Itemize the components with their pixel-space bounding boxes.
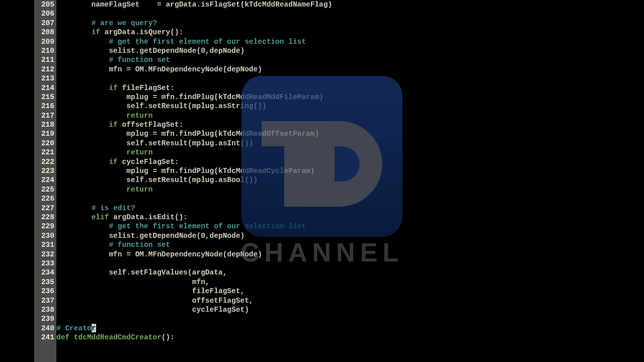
code-line[interactable]: # get the first element of our selection…	[56, 222, 610, 231]
code-line[interactable]: return	[56, 148, 610, 157]
line-number: 225	[34, 185, 54, 194]
line-number: 241	[34, 333, 54, 342]
line-number: 235	[34, 278, 54, 287]
code-line[interactable]: mplug = mfn.findPlug(kTdcMddReadOffsetPa…	[56, 129, 610, 138]
code-line[interactable]: elif argData.isEdit():	[56, 213, 610, 222]
line-number: 206	[34, 9, 54, 18]
line-number-gutter: 2052062072082092102112122132142152162172…	[34, 0, 56, 362]
line-number: 215	[34, 93, 54, 102]
code-line[interactable]: if offsetFlagSet:	[56, 120, 610, 129]
line-number: 218	[34, 120, 54, 129]
code-line[interactable]	[56, 259, 610, 268]
line-number: 212	[34, 65, 54, 74]
code-line[interactable]: if cycleFlagSet:	[56, 157, 610, 166]
code-line[interactable]	[56, 314, 610, 323]
line-number: 226	[34, 194, 54, 203]
code-line[interactable]: # function set	[56, 240, 610, 249]
code-line[interactable]: # is edit?	[56, 204, 610, 213]
line-number: 234	[34, 268, 54, 277]
code-line[interactable]: offsetFlagSet,	[56, 296, 610, 305]
code-line[interactable]: # function set	[56, 55, 610, 64]
line-number: 219	[34, 129, 54, 138]
line-number: 221	[34, 148, 54, 157]
line-number: 227	[34, 204, 54, 213]
line-number: 214	[34, 83, 54, 93]
code-line[interactable]: self.setResult(mplug.asInt())	[56, 139, 610, 148]
line-number: 228	[34, 213, 54, 222]
line-number: 240	[34, 324, 54, 333]
code-line[interactable]: if fileFlagSet:	[56, 83, 610, 93]
code-line[interactable]: # Creator	[56, 324, 610, 333]
code-line[interactable]: nameFlagSet = argData.isFlagSet(kTdcMddR…	[56, 0, 610, 9]
code-line[interactable]: self.setFlagValues(argData,	[56, 268, 610, 277]
line-number: 213	[34, 74, 54, 83]
code-line[interactable]: mfn = OM.MFnDependencyNode(depNode)	[56, 250, 610, 259]
code-line[interactable]: selist.getDependNode(0,depNode)	[56, 46, 610, 55]
code-line[interactable]: fileFlagSet,	[56, 287, 610, 296]
code-line[interactable]: def tdcMddReadCmdCreator():	[56, 333, 610, 342]
line-number: 217	[34, 111, 54, 120]
line-number: 238	[34, 305, 54, 314]
code-line[interactable]	[56, 194, 610, 203]
code-line[interactable]: # are we query?	[56, 19, 610, 28]
code-line[interactable]: mplug = mfn.findPlug(kTdcMddReadCyclePar…	[56, 166, 610, 175]
code-line[interactable]: self.setResult(mplug.asString())	[56, 102, 610, 111]
line-number: 229	[34, 222, 54, 231]
code-line[interactable]: mplug = mfn.findPlug(kTdcMddReadMddFileP…	[56, 93, 610, 102]
line-number: 230	[34, 231, 54, 240]
line-number: 210	[34, 46, 54, 55]
line-number: 224	[34, 175, 54, 185]
line-number: 232	[34, 250, 54, 259]
code-line[interactable]: mfn = OM.MFnDependencyNode(depNode)	[56, 65, 610, 74]
line-number: 239	[34, 314, 54, 323]
line-number: 208	[34, 28, 54, 37]
code-line[interactable]: return	[56, 111, 610, 120]
code-line[interactable]: return	[56, 185, 610, 194]
code-editor[interactable]: 2052062072082092102112122132142152162172…	[34, 0, 610, 362]
code-line[interactable]: self.setResult(mplug.asBool())	[56, 175, 610, 185]
line-number: 223	[34, 166, 54, 175]
line-number: 216	[34, 102, 54, 111]
code-content[interactable]: nameFlagSet = argData.isFlagSet(kTdcMddR…	[56, 0, 610, 362]
line-number: 220	[34, 139, 54, 148]
line-number: 237	[34, 296, 54, 305]
code-line[interactable]: if argData.isQuery():	[56, 28, 610, 37]
line-number: 233	[34, 259, 54, 268]
line-number: 207	[34, 19, 54, 28]
line-number: 236	[34, 287, 54, 296]
code-line[interactable]	[56, 9, 610, 18]
code-line[interactable]: selist.getDependNode(0,depNode)	[56, 231, 610, 240]
code-line[interactable]	[56, 74, 610, 83]
code-line[interactable]: mfn,	[56, 278, 610, 287]
line-number: 231	[34, 240, 54, 249]
line-number: 209	[34, 37, 54, 46]
code-line[interactable]: cycleFlagSet)	[56, 305, 610, 314]
code-line[interactable]: # get the first element of our selection…	[56, 37, 610, 46]
line-number: 222	[34, 157, 54, 166]
line-number: 211	[34, 55, 54, 64]
line-number: 205	[34, 0, 54, 9]
